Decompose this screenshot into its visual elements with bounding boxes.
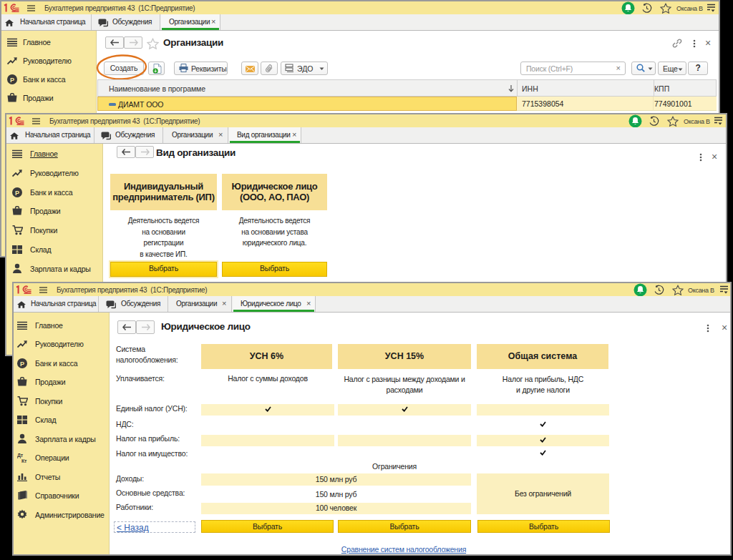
svg-text:P: P [10,77,14,84]
svg-text:P: P [20,360,24,368]
svg-text:Дт: Дт [17,453,24,458]
svg-text:P: P [15,190,19,197]
svg-text:Кт: Кт [21,458,27,463]
